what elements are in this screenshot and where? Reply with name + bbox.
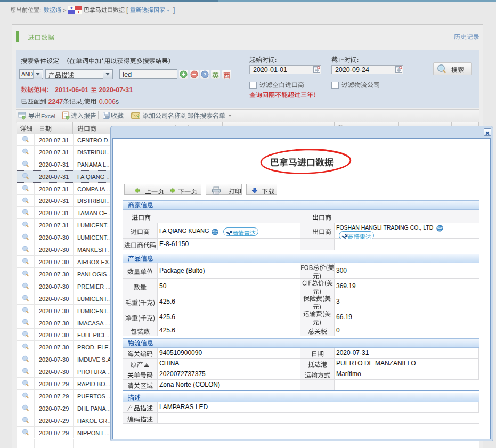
svg-text:?: ? <box>204 72 207 77</box>
